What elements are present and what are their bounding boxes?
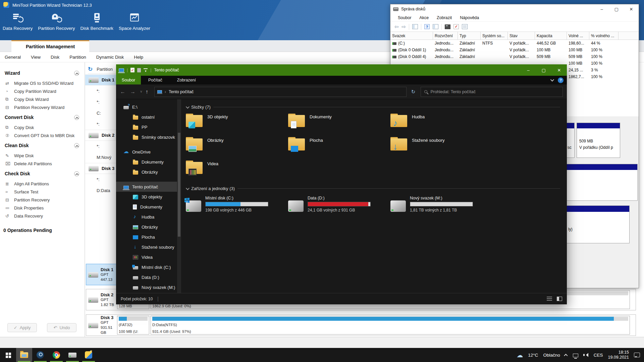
disk3-partition-1[interactable]: (FAT32) 100 MB (U: (117, 316, 149, 335)
sidebar-item[interactable]: ⊟ Partition Recovery Wizard (0, 103, 85, 111)
volume-row[interactable]: (C:) Jednodu... Základní NTFS V pořádk..… (390, 40, 639, 47)
drive-tile[interactable]: Nový svazek (M:) 1,81 TB volných z 1,81 … (390, 195, 493, 217)
menu-partition[interactable]: Partition (69, 55, 86, 60)
volume-row[interactable]: (Disk 0 Oddíl 4) Jednodu... Základní V p… (390, 53, 639, 60)
column-header[interactable]: Svazek (390, 32, 433, 40)
folder-tile[interactable]: Obrázky (186, 137, 288, 156)
folder-tile[interactable]: Videa (186, 161, 288, 179)
folder-tile[interactable]: Hudba (390, 114, 493, 132)
nav-item[interactable]: Stažené soubory (116, 242, 177, 252)
check-icon[interactable]: ✓ (453, 24, 459, 29)
undo-button[interactable]: ↶ Undo (47, 323, 76, 332)
tray-overflow-icon[interactable] (564, 354, 568, 357)
group-header-devices[interactable]: Zařízení a jednotky (3) (186, 186, 560, 191)
back-icon[interactable]: ⇦ (394, 24, 399, 30)
nav-item[interactable]: Tento počítač (116, 182, 177, 192)
collapse-chevron-icon[interactable] (74, 171, 79, 176)
tab-partition-management[interactable]: Partition Management (11, 40, 89, 52)
nav-item[interactable]: Data (D:) (116, 272, 177, 282)
minimize-button[interactable]: – (594, 4, 609, 14)
properties-quick-icon[interactable]: ✓ (130, 68, 135, 72)
menu-soubor[interactable]: Soubor (398, 15, 411, 20)
sidebar-item[interactable]: ⧉ Copy Disk Wizard (0, 95, 85, 103)
nav-item[interactable]: PP (116, 122, 177, 132)
maximize-button[interactable]: ▢ (536, 64, 551, 76)
disk-management-titlebar[interactable]: Správa disků – ▢ ✕ (390, 4, 639, 14)
details-view-icon[interactable] (547, 297, 552, 301)
recent-locations-icon[interactable]: ˅ (140, 90, 142, 94)
weather-condition[interactable]: Oblačno (543, 353, 560, 358)
nav-item[interactable]: Videa (116, 252, 177, 262)
close-button[interactable]: ✕ (551, 64, 567, 76)
address-bar[interactable]: › Tento počítač (154, 87, 407, 97)
forward-icon[interactable]: → (130, 89, 136, 95)
nav-item[interactable]: 3D objekty (116, 192, 177, 202)
properties-icon[interactable] (462, 24, 468, 29)
tab-pocitac[interactable]: Počítač (141, 78, 170, 82)
nav-item[interactable]: OneDrive (116, 147, 177, 157)
taskbar-steam-button[interactable] (32, 348, 48, 362)
sidebar-item[interactable]: Check Disk (0, 168, 85, 180)
refresh-icon[interactable]: ↻ (88, 66, 93, 73)
sidebar-item[interactable]: ② Convert GPT Disk to MBR Disk (0, 131, 85, 139)
volume-icon[interactable] (583, 353, 589, 357)
sidebar-item[interactable]: ⇄ Migrate OS to SSD/HD Wizard (0, 79, 85, 87)
nav-item[interactable]: Hudba (116, 212, 177, 222)
scrollbar-thumb[interactable] (178, 133, 180, 237)
partition-box[interactable]: 509 MB V pořádku (Oddíl p (577, 123, 620, 158)
minimize-button[interactable]: – (521, 64, 536, 76)
sidebar-item[interactable]: ◔ Copy Partition Wizard (0, 87, 85, 95)
partition-recovery-button[interactable]: Partition Recovery (38, 12, 75, 31)
folder-tile[interactable]: Stažené soubory (390, 137, 493, 156)
help-icon[interactable]: ? (424, 24, 430, 29)
sidebar-item[interactable]: Clean Disk (0, 139, 85, 152)
sidebar-item[interactable]: ⊟ Partition Recovery (0, 196, 85, 204)
menu-dynamic-disk[interactable]: Dynamic Disk (96, 55, 124, 60)
nav-item[interactable]: Obrázky (116, 222, 177, 232)
menu-general[interactable]: General (5, 55, 21, 60)
sidebar-item[interactable]: ↺ Data Recovery (0, 212, 85, 220)
nav-item[interactable]: Místní disk (C:) (116, 262, 177, 272)
clock[interactable]: 18:15 19.09.2021 (608, 350, 629, 360)
tab-soubor[interactable]: Soubor (116, 76, 141, 84)
column-header[interactable]: Stav (508, 32, 535, 40)
apply-button[interactable]: ✓ Apply (7, 323, 37, 332)
breadcrumb[interactable]: Tento počítač (169, 89, 194, 94)
sidebar-item[interactable]: ≈ Surface Test (0, 188, 85, 196)
data-recovery-button[interactable]: Data Recovery (3, 12, 33, 31)
menu-view[interactable]: View (31, 55, 41, 60)
collapse-chevron-icon[interactable] (74, 71, 79, 76)
thumbnails-view-icon[interactable] (557, 297, 562, 301)
tab-zobrazeni[interactable]: Zobrazení (170, 78, 203, 82)
disk3-partition-2[interactable]: D:Data(NTFS) 931.4 GB (Used: 97%) (151, 316, 630, 335)
sidebar-item[interactable]: Wizard (0, 67, 85, 79)
folder-tile[interactable]: 3D objekty (186, 114, 288, 132)
language-indicator[interactable]: CES (594, 353, 603, 358)
up-icon[interactable]: ↑ (146, 89, 148, 95)
folder-tile[interactable]: Dokumenty (288, 114, 390, 132)
nav-item[interactable]: Dokumenty (116, 157, 177, 167)
maximize-button[interactable]: ▢ (609, 4, 624, 14)
weather-temp[interactable]: 12°C (528, 353, 538, 358)
taskbar-chrome-button[interactable] (48, 348, 64, 362)
drive-tile[interactable]: Místní disk (C:) 198 GB volných z 446 GB (186, 195, 288, 217)
sidebar-item[interactable]: ≔ Disk Properties (0, 204, 85, 212)
customize-quick-access-icon[interactable]: ▾ (144, 68, 148, 72)
show-tree-icon[interactable] (412, 24, 418, 29)
menu-help[interactable]: Help (134, 55, 143, 60)
sidebar-item[interactable]: Convert Disk (0, 111, 85, 123)
nav-item[interactable]: E:\ (116, 102, 177, 112)
drive-tile[interactable]: Data (D:) 24,1 GB volných z 931 GB (288, 195, 390, 217)
weather-icon[interactable]: ☁ (517, 351, 523, 359)
sidebar-item[interactable]: ≣ Align All Partitions (0, 180, 85, 188)
nav-item[interactable]: Dokumenty (116, 202, 177, 212)
nav-item[interactable]: Nový svazek (M:) (116, 282, 177, 292)
nav-item[interactable]: Plocha (116, 232, 177, 242)
expand-ribbon-icon[interactable] (550, 78, 554, 81)
collapse-chevron-icon[interactable] (74, 143, 79, 148)
disk-map-row-3[interactable]: Disk 3 GPT 931.51 GB (FAT32) 100 MB (U: … (86, 314, 636, 336)
sidebar-item[interactable]: ⧉ Copy Disk (0, 123, 85, 131)
network-icon[interactable] (573, 354, 578, 357)
taskbar-minitool-button[interactable] (80, 348, 97, 362)
taskbar-disk-management-button[interactable] (64, 348, 80, 362)
